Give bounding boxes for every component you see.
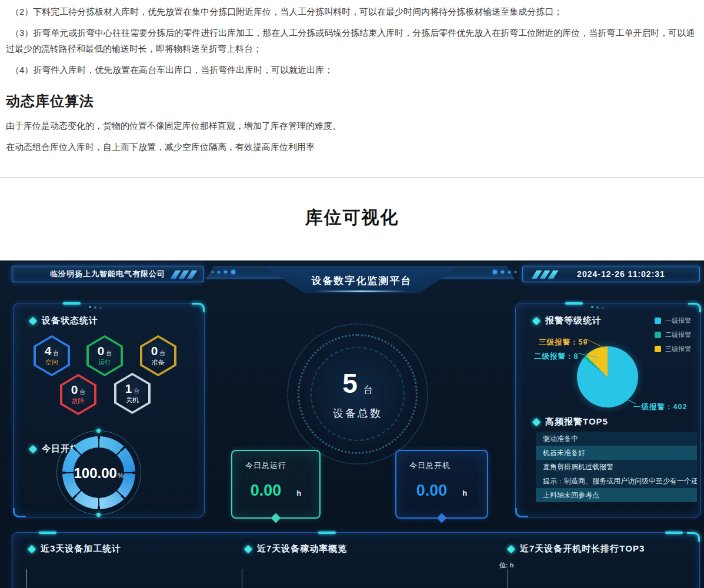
callout-line — [586, 339, 606, 349]
hexagon-label: 准备 — [152, 358, 165, 367]
corner-accent-icon — [688, 303, 701, 312]
paragraph: （4）折弯件入库时，优先放置在高台车出库口，当折弯件出库时，可以就近出库； — [6, 62, 698, 78]
axis-unit-label: 位: h — [499, 561, 513, 570]
legend-item-level1[interactable]: 一级报警 — [655, 316, 691, 325]
hexagon-label: 空闲 — [45, 358, 58, 367]
paragraph: 由于库位是动态变化的，货物的位置不像固定库位那样直观，增加了库存管理的难度。 — [6, 118, 698, 133]
hexagon-body: 0台 运行 — [89, 338, 121, 374]
gauge-unit: % — [118, 472, 124, 480]
dots-decoration-left — [212, 270, 235, 274]
company-plate: 临汾明扬上九智能电气有限公司 — [12, 266, 203, 282]
total-devices-circle: 5 台 设备总数 — [287, 323, 428, 465]
hexagon-body: 4台 空闲 — [36, 338, 68, 374]
diamond-icon — [244, 544, 252, 553]
total-value: 5 — [342, 368, 358, 399]
status-hexagon: 0台 准备 — [140, 335, 176, 376]
diamond-icon — [532, 417, 540, 426]
legend-label: 二级报警 — [665, 330, 691, 339]
title-plate: 设备数字化监测平台 — [262, 266, 461, 293]
total-label: 设备总数 — [333, 406, 382, 420]
legend-label: 三级报警 — [665, 345, 691, 353]
pie-callout: 一级报警：402 — [633, 402, 687, 412]
slashes-icon — [170, 270, 195, 279]
dot-icon — [218, 271, 220, 273]
diamond-icon — [507, 544, 515, 553]
hexagon-label: 故障 — [72, 397, 85, 406]
divider — [0, 177, 704, 178]
dot-icon — [515, 271, 516, 273]
hexagon-value: 0 — [71, 383, 78, 396]
datetime-plate: 2024-12-26 11:02:31 — [522, 266, 700, 282]
boot-rate-gauge: 100.00% — [62, 436, 135, 509]
dot-icon — [501, 270, 504, 273]
hexagon-body: 1台 关机 — [116, 375, 148, 412]
legend-item-level3[interactable]: 三级报警 — [655, 345, 691, 353]
boot-total-box: 今日总开机 0.00 h — [395, 450, 488, 519]
paragraph: 在动态组合库位入库时，自上而下放置，减少空库位隔离，有效提高库位利用率 — [6, 139, 698, 155]
hexagon-value: 1 — [125, 382, 132, 395]
status-hexagon: 0台 运行 — [86, 335, 123, 376]
top5-alarm-list: 驱动准备中 机器未准备好 直角剪排屑机过载报警 提示：制造商、服务或用户访问级中… — [536, 432, 697, 502]
bottom-chart-title-row: 近7天设备开机时长排行TOP3 — [508, 543, 645, 554]
panel-tab-icon — [565, 302, 583, 305]
panel-tab-icon — [63, 302, 81, 305]
corner-accent-icon — [515, 508, 528, 517]
status-hexagon: 0台 故障 — [60, 374, 96, 415]
stat-value-row: 0.00 h — [396, 482, 487, 500]
diamond-icon — [29, 316, 37, 325]
pie-callout: 二级报警：8 — [534, 352, 578, 362]
device-status-panel: 设备状态统计 4台 空闲 0台 运行 0台 准备 0台 故障 — [13, 303, 205, 517]
panel-tab-icon — [39, 532, 56, 534]
panel-dots-icon — [591, 306, 593, 308]
panel-tab-icon — [665, 532, 683, 534]
corner-accent-icon — [192, 303, 205, 312]
corner-accent-icon — [13, 508, 26, 517]
hexagon-label: 运行 — [98, 358, 111, 367]
list-item: 驱动准备中 — [536, 432, 697, 446]
hexagon-label: 关机 — [126, 396, 139, 405]
y-axis-line — [26, 569, 27, 588]
stat-value-row: 0.00 h — [232, 482, 319, 500]
legend-swatch — [655, 332, 661, 338]
alarm-pie — [577, 346, 638, 407]
pie-legend: 一级报警 二级报警 三级报警 — [655, 316, 691, 353]
stat-label: 今日总开机 — [409, 460, 451, 471]
paragraph: （3）折弯单元或折弯中心往往需要分拣后的零件进行出库加工，那在人工分拣或码垛分拣… — [6, 25, 698, 56]
pie-callout: 三级报警：59 — [539, 338, 588, 348]
section-title: 设备状态统计 — [42, 315, 98, 326]
run-total-box: 今日总运行 0.00 h — [231, 450, 321, 519]
monitoring-dashboard: 临汾明扬上九智能电气有限公司 设备数字化监测平台 2024-12-26 11:0… — [0, 260, 704, 588]
article-section: （2）下料完工待分拣板材入库时，优先放置在集中分拣口附近库位，当人工分拣叫料时，… — [0, 0, 704, 230]
status-hexagon: 1台 关机 — [114, 373, 151, 414]
stat-unit: h — [296, 489, 301, 497]
gauge-dot-icon — [96, 429, 101, 433]
section-title: 近7天设备稼动率概览 — [257, 543, 347, 554]
device-status-title-row: 设备状态统计 — [30, 315, 98, 326]
stat-label: 今日总运行 — [245, 460, 286, 471]
hexagon-unit: 台 — [53, 350, 59, 356]
dot-icon — [212, 271, 213, 273]
list-item: 提示：制造商、服务或用户访问级中至少有一个还在使 — [536, 474, 697, 488]
legend-item-level2[interactable]: 二级报警 — [655, 330, 691, 339]
legend-swatch — [655, 346, 661, 352]
company-name: 临汾明扬上九智能电气有限公司 — [50, 269, 165, 279]
hexagon-unit: 台 — [79, 389, 85, 395]
section-heading: 动态库位算法 — [6, 92, 698, 111]
list-item: 机器未准备好 — [536, 446, 697, 460]
stat-value: 0.00 — [416, 482, 448, 500]
hexagon-body: 0台 故障 — [62, 376, 94, 413]
hexagon-value: 0 — [98, 344, 105, 358]
section-title: 近3天设备加工统计 — [41, 543, 121, 554]
alarm-panel: 报警等级统计 一级报警 二级报警 三级报警 三级报警：59 二级报警：8 一级报… — [515, 303, 701, 517]
top5-title-row: 高频报警TOP5 — [533, 416, 608, 427]
section-title: 报警等级统计 — [545, 315, 602, 326]
dot-icon — [231, 270, 235, 274]
total-unit: 台 — [363, 384, 373, 396]
dot-icon — [508, 271, 511, 273]
legend-swatch — [655, 318, 661, 324]
page-heading: 库位可视化 — [6, 206, 698, 230]
y-axis-line — [242, 569, 242, 588]
total-line: 5 台 — [342, 368, 373, 399]
dot-icon — [224, 270, 227, 273]
stat-unit: h — [462, 489, 467, 497]
